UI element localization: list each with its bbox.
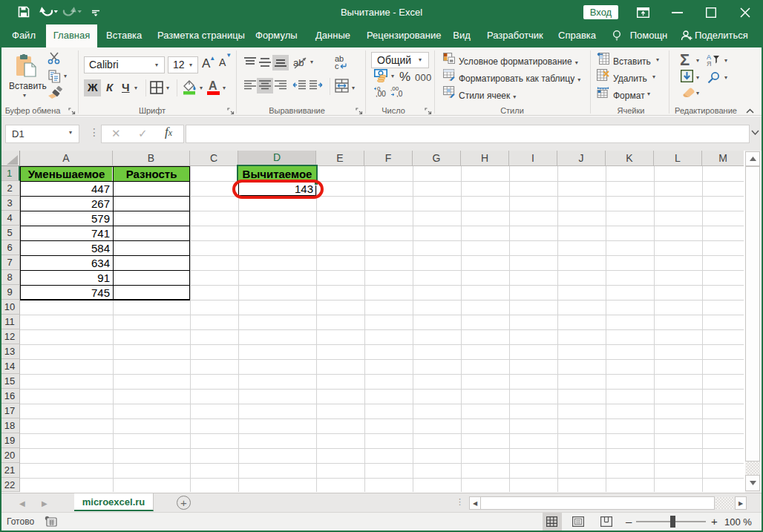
svg-text:,0: ,0 [396,90,403,97]
svg-text:ab: ab [293,57,304,68]
svg-text:c: c [335,62,339,70]
svg-text:0: 0 [377,86,381,92]
svg-text:Я: Я [707,60,712,67]
